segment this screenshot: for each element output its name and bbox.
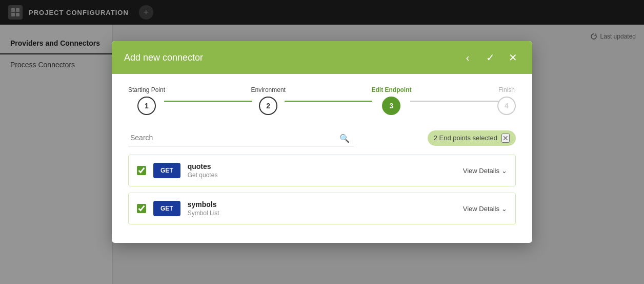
step-3-circle: 3 [382, 97, 400, 115]
endpoint-symbols-desc: Symbol List [188, 210, 456, 217]
step-4-circle: 4 [497, 97, 516, 115]
modal: Add new connector ‹ ✓ ✕ Starting Point [112, 41, 532, 243]
modal-header-actions: ‹ ✓ ✕ [460, 50, 520, 65]
step-4-label: Finish [498, 86, 515, 93]
search-wrapper: 🔍 [128, 129, 354, 146]
step-1-circle: 1 [137, 97, 156, 115]
endpoint-quotes-info: quotes Get quotes [188, 162, 456, 179]
step-line-1-2 [164, 101, 252, 102]
endpoint-item-symbols: GET symbols Symbol List View Details ⌄ [128, 193, 516, 224]
endpoint-symbols-checkbox[interactable] [137, 204, 146, 213]
close-button[interactable]: ✕ [506, 50, 520, 65]
confirm-button[interactable]: ✓ [483, 50, 497, 65]
search-icon: 🔍 [339, 133, 350, 143]
endpoint-symbols-name: symbols [188, 200, 456, 209]
view-details-quotes-button[interactable]: View Details ⌄ [463, 167, 507, 175]
step-1-label: Starting Point [128, 86, 165, 93]
chevron-down-icon-2: ⌄ [501, 205, 507, 213]
chevron-down-icon: ⌄ [501, 167, 507, 175]
step-line-2-3 [285, 101, 373, 102]
badge-close-button[interactable]: ✕ [501, 134, 510, 143]
step-4: Finish 4 [497, 86, 516, 115]
search-input[interactable] [128, 129, 354, 146]
modal-title: Add new connector [124, 52, 203, 63]
step-2-label: Environment [251, 86, 286, 93]
search-row: 🔍 2 End points selected ✕ [128, 129, 516, 146]
stepper: Starting Point 1 Environment 2 Edit Endp… [128, 86, 516, 115]
step-3-label: Edit Endpoint [371, 86, 411, 93]
step-2: Environment 2 [251, 86, 286, 115]
endpoint-quotes-name: quotes [188, 162, 456, 171]
endpoint-quotes-desc: Get quotes [188, 172, 456, 179]
endpoint-symbols-method: GET [153, 201, 180, 216]
view-details-symbols-button[interactable]: View Details ⌄ [463, 205, 507, 213]
modal-overlay: Add new connector ‹ ✓ ✕ Starting Point [0, 0, 644, 284]
step-1: Starting Point 1 [128, 86, 165, 115]
step-line-3-4 [410, 101, 498, 102]
back-button[interactable]: ‹ [460, 50, 475, 65]
endpoints-badge: 2 End points selected ✕ [428, 130, 516, 146]
endpoint-symbols-info: symbols Symbol List [188, 200, 456, 217]
endpoint-quotes-checkbox[interactable] [137, 166, 146, 175]
endpoint-item-quotes: GET quotes Get quotes View Details ⌄ [128, 155, 516, 186]
modal-header: Add new connector ‹ ✓ ✕ [112, 41, 532, 74]
step-3: Edit Endpoint 3 [371, 86, 411, 115]
step-2-circle: 2 [259, 97, 277, 115]
endpoint-quotes-method: GET [153, 163, 180, 178]
modal-body: Starting Point 1 Environment 2 Edit Endp… [112, 74, 532, 243]
